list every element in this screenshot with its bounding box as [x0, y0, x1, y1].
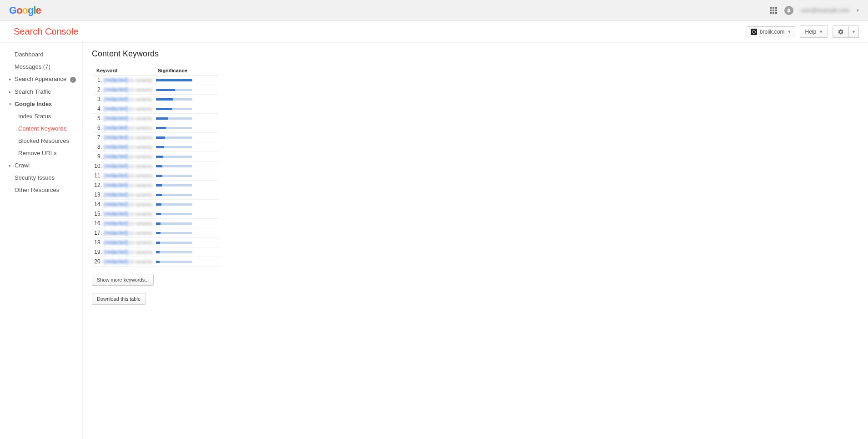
keyword-link[interactable]: (redacted)(n variants)	[104, 115, 156, 121]
row-rank: 14.	[92, 201, 104, 207]
user-menu-caret-icon[interactable]: ▾	[857, 8, 859, 13]
help-label: Help	[805, 29, 816, 35]
row-rank: 4.	[92, 106, 104, 112]
site-selector[interactable]: brolik.com ▼	[747, 26, 796, 37]
keyword-link[interactable]: (redacted)(n variants)	[104, 125, 156, 131]
table-row[interactable]: 2.(redacted)(n variants)	[92, 85, 219, 95]
keyword-link[interactable]: (redacted)(n variants)	[104, 144, 156, 150]
keyword-link[interactable]: (redacted)(n variants)	[104, 192, 156, 198]
row-rank: 2.	[92, 86, 104, 93]
keyword-link[interactable]: (redacted)(n variants)	[104, 86, 156, 93]
row-rank: 16.	[92, 220, 104, 227]
significance-bar	[156, 98, 219, 101]
sidebar-item-remove-urls[interactable]: Remove URLs	[0, 147, 82, 159]
table-row[interactable]: 3.(redacted)(n variants)	[92, 95, 219, 104]
product-title: Search Console	[14, 26, 78, 37]
row-rank: 8.	[92, 144, 104, 150]
table-row[interactable]: 11.(redacted)(n variants)	[92, 171, 219, 181]
settings-menu-button[interactable]: ▼	[849, 25, 859, 38]
keyword-link[interactable]: (redacted)(n variants)	[104, 230, 156, 236]
show-more-button[interactable]: Show more keywords...	[92, 274, 154, 286]
significance-bar	[156, 156, 219, 158]
table-row[interactable]: 4.(redacted)(n variants)	[92, 104, 219, 114]
table-row[interactable]: 9.(redacted)(n variants)	[92, 152, 219, 161]
row-rank: 19.	[92, 249, 104, 255]
sidebar-item-index-status[interactable]: Index Status	[0, 110, 82, 122]
site-name: brolik.com	[760, 29, 785, 35]
table-row[interactable]: 20.(redacted)(n variants)	[92, 257, 219, 267]
keyword-link[interactable]: (redacted)(n variants)	[104, 163, 156, 169]
help-button[interactable]: Help ▼	[800, 25, 828, 38]
keyword-link[interactable]: (redacted)(n variants)	[104, 201, 156, 207]
keyword-link[interactable]: (redacted)(n variants)	[104, 153, 156, 160]
row-rank: 11.	[92, 172, 104, 179]
chevron-down-icon: ▼	[819, 30, 823, 34]
column-keyword: Keyword	[92, 68, 158, 73]
sidebar-item-search-appearance[interactable]: ▸ Search Appearance i	[0, 73, 82, 86]
table-row[interactable]: 19.(redacted)(n variants)	[92, 247, 219, 257]
significance-bar	[156, 232, 219, 234]
table-row[interactable]: 7.(redacted)(n variants)	[92, 133, 219, 142]
main-content: Content Keywords Keyword Significance 1.…	[83, 43, 868, 439]
keyword-link[interactable]: (redacted)(n variants)	[104, 211, 156, 217]
table-row[interactable]: 10.(redacted)(n variants)	[92, 161, 219, 171]
significance-bar	[156, 108, 219, 110]
sidebar-item-search-traffic[interactable]: ▸ Search Traffic	[0, 86, 82, 98]
table-row[interactable]: 6.(redacted)(n variants)	[92, 123, 219, 133]
table-row[interactable]: 15.(redacted)(n variants)	[92, 209, 219, 219]
significance-bar	[156, 79, 219, 81]
sidebar-item-crawl[interactable]: ▸ Crawl	[0, 159, 82, 172]
table-row[interactable]: 16.(redacted)(n variants)	[92, 219, 219, 228]
keyword-link[interactable]: (redacted)(n variants)	[104, 249, 156, 255]
keyword-link[interactable]: (redacted)(n variants)	[104, 77, 156, 83]
keyword-link[interactable]: (redacted)(n variants)	[104, 220, 156, 227]
table-row[interactable]: 13.(redacted)(n variants)	[92, 190, 219, 200]
keyword-link[interactable]: (redacted)(n variants)	[104, 258, 156, 265]
column-significance: Significance	[158, 68, 219, 73]
keyword-link[interactable]: (redacted)(n variants)	[104, 134, 156, 141]
table-row[interactable]: 17.(redacted)(n variants)	[92, 228, 219, 238]
sidebar-item-dashboard[interactable]: Dashboard	[0, 48, 82, 61]
table-row[interactable]: 14.(redacted)(n variants)	[92, 200, 219, 209]
keyword-link[interactable]: (redacted)(n variants)	[104, 172, 156, 179]
table-row[interactable]: 12.(redacted)(n variants)	[92, 181, 219, 190]
settings-button[interactable]	[833, 25, 849, 38]
user-email[interactable]: user@example.com	[801, 7, 849, 14]
significance-bar	[156, 194, 219, 196]
significance-bar	[156, 146, 219, 148]
table-row[interactable]: 5.(redacted)(n variants)	[92, 114, 219, 123]
row-rank: 5.	[92, 115, 104, 121]
table-row[interactable]: 18.(redacted)(n variants)	[92, 238, 219, 247]
gear-icon	[838, 29, 844, 35]
apps-icon[interactable]	[770, 7, 777, 14]
sidebar-label: Search Appearance	[15, 76, 66, 82]
significance-bar	[156, 222, 219, 225]
info-icon[interactable]: i	[70, 77, 76, 83]
keyword-link[interactable]: (redacted)(n variants)	[104, 106, 156, 112]
table-row[interactable]: 1.(redacted)(n variants)	[92, 76, 219, 85]
caret-right-icon: ▸	[9, 77, 11, 81]
keyword-link[interactable]: (redacted)(n variants)	[104, 239, 156, 246]
download-table-button[interactable]: Download this table	[92, 293, 146, 305]
notifications-icon[interactable]	[784, 6, 793, 15]
sidebar-item-messages[interactable]: Messages (7)	[0, 61, 82, 73]
table-row[interactable]: 8.(redacted)(n variants)	[92, 142, 219, 152]
significance-bar	[156, 117, 219, 120]
sidebar-item-security-issues[interactable]: Security Issues	[0, 172, 82, 184]
keyword-link[interactable]: (redacted)(n variants)	[104, 182, 156, 188]
sidebar-item-blocked-resources[interactable]: Blocked Resources	[0, 135, 82, 147]
row-rank: 6.	[92, 125, 104, 131]
google-logo[interactable]: Google	[9, 5, 41, 16]
sidebar-item-content-keywords[interactable]: Content Keywords	[0, 122, 82, 135]
row-rank: 1.	[92, 77, 104, 83]
significance-bar	[156, 136, 219, 139]
significance-bar	[156, 242, 219, 244]
significance-bar	[156, 251, 219, 253]
sidebar-item-other-resources[interactable]: Other Resources	[0, 184, 82, 196]
row-rank: 9.	[92, 153, 104, 160]
sidebar-item-google-index[interactable]: ▾ Google Index	[0, 98, 82, 110]
sidebar-label: Crawl	[15, 162, 30, 169]
significance-bar	[156, 213, 219, 215]
keyword-link[interactable]: (redacted)(n variants)	[104, 96, 156, 102]
row-rank: 12.	[92, 182, 104, 188]
